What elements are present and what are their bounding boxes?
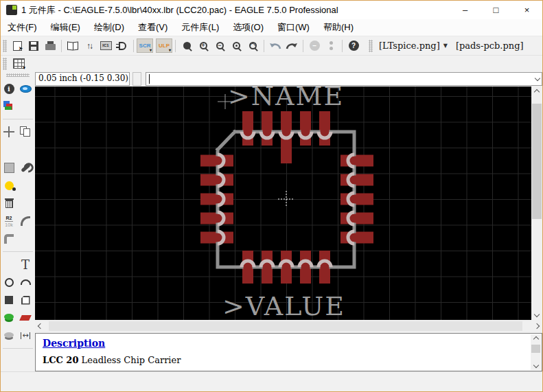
dimension-tool-icon[interactable]: ↔ [18, 328, 33, 343]
smd-pad-top[interactable] [300, 111, 311, 146]
zoom-out-icon[interactable]: − [211, 38, 228, 54]
toolbar-drag-handle[interactable] [369, 40, 373, 52]
go-icon [323, 38, 339, 54]
zoom-select-icon[interactable] [228, 38, 244, 54]
smd-pad-left[interactable] [200, 174, 233, 186]
smd-pad-right[interactable] [340, 232, 373, 244]
menu-options[interactable]: 选项(O) [226, 19, 270, 36]
polygon-tool-icon[interactable] [18, 292, 33, 308]
save-icon[interactable] [25, 38, 42, 54]
toolbar-drag-handle[interactable] [6, 73, 30, 77]
maximize-button[interactable]: □ [481, 1, 511, 19]
smd-pad-bottom[interactable] [262, 251, 273, 284]
rect-tool-icon[interactable] [1, 292, 16, 308]
value-placeholder-label[interactable]: >VALUE [222, 293, 345, 319]
scroll-left-icon[interactable] [35, 321, 46, 332]
vertical-scroll-thumb[interactable] [532, 104, 542, 219]
description-link[interactable]: Description [43, 338, 105, 349]
tab-ltspice[interactable]: [LTspice.png]▼ [375, 39, 452, 53]
delete-trash-icon[interactable] [1, 196, 16, 211]
scroll-up-icon[interactable] [531, 87, 542, 97]
menu-window[interactable]: 窗口(W) [270, 19, 316, 36]
zoom-redraw-icon[interactable]: ◠ [244, 38, 261, 54]
text-tool-icon[interactable]: T [18, 257, 33, 272]
smd-pad-top[interactable] [262, 111, 273, 146]
smd-pad-bottom[interactable] [319, 251, 330, 284]
ulp-button[interactable]: ULP▾ [156, 38, 172, 53]
horizontal-scroll-thumb[interactable] [49, 321, 522, 331]
smd-pad-bottom[interactable] [300, 251, 311, 284]
smd-pad-top[interactable] [242, 111, 253, 146]
circle-tool-icon[interactable] [1, 275, 16, 290]
name-icon[interactable]: R210k [1, 214, 16, 229]
library-book-icon[interactable] [65, 38, 81, 54]
info-icon[interactable]: i [1, 81, 16, 96]
scroll-down-icon[interactable] [531, 360, 541, 370]
smd-pad-bottom[interactable] [281, 251, 292, 284]
package-drawing[interactable] [35, 87, 531, 320]
close-button[interactable]: × [511, 1, 542, 19]
scroll-right-icon[interactable] [531, 321, 542, 332]
description-scrollbar[interactable] [531, 334, 541, 370]
smd-pad-left[interactable] [200, 232, 233, 244]
menu-file[interactable]: 文件(F) [1, 19, 44, 36]
zoom-fit-icon[interactable] [178, 38, 195, 54]
undo-icon[interactable] [267, 38, 284, 54]
smd-pad-left[interactable] [200, 213, 233, 224]
smd-pad-left[interactable] [200, 194, 233, 205]
grid-toolbar [1, 55, 542, 71]
drawing-canvas[interactable]: >NAME >VALUE [35, 87, 531, 320]
command-bar-splitter[interactable] [132, 72, 141, 86]
smd-pad-right[interactable] [340, 213, 373, 224]
menu-draw[interactable]: 绘制(D) [87, 19, 131, 36]
smd-pad-right[interactable] [340, 174, 373, 186]
scroll-up-icon[interactable] [531, 334, 541, 344]
transfer-icon[interactable]: ↑↓ [81, 38, 97, 54]
smd-tool-icon[interactable] [18, 310, 33, 325]
hole-tool-icon[interactable] [1, 328, 16, 343]
edit-symbol-gate-icon[interactable] [114, 38, 130, 54]
tab-pads-pcb[interactable]: [pads-pcb.png] [452, 39, 528, 53]
help-icon[interactable]: ? [345, 38, 362, 54]
tool-separator [3, 119, 33, 119]
minimize-button[interactable]: – [450, 1, 481, 19]
toolbar-separator [175, 40, 176, 52]
smd-pad-right[interactable] [340, 155, 373, 167]
zoom-in-icon[interactable]: + [195, 38, 211, 54]
command-input[interactable] [146, 72, 542, 86]
canvas-vertical-scrollbar[interactable] [531, 87, 542, 320]
canvas-horizontal-scrollbar[interactable] [35, 320, 542, 332]
script-button[interactable]: SCR▾ [137, 38, 153, 53]
display-layers-icon[interactable] [1, 99, 16, 114]
paste-icon[interactable] [1, 178, 16, 193]
menu-library[interactable]: 元件库(L) [174, 19, 226, 36]
miter-icon[interactable] [18, 214, 33, 229]
group-icon[interactable] [1, 160, 16, 175]
menu-view[interactable]: 查看(V) [131, 19, 174, 36]
edit-package-icon[interactable]: IC1 [97, 38, 114, 54]
smd-pad-bottom[interactable] [242, 251, 253, 284]
split-icon[interactable] [1, 231, 16, 246]
print-icon[interactable] [42, 38, 58, 54]
open-icon[interactable] [9, 38, 25, 54]
menu-help[interactable]: 帮助(H) [316, 19, 360, 36]
change-wrench-icon[interactable] [18, 160, 33, 175]
redo-icon[interactable] [284, 38, 300, 54]
scroll-down-icon[interactable] [531, 309, 542, 320]
description-scroll-thumb[interactable] [531, 345, 540, 353]
grid-icon[interactable] [13, 58, 25, 69]
arc-tool-icon[interactable] [18, 275, 33, 290]
show-eye-icon[interactable] [18, 81, 33, 96]
smd-pad-left[interactable] [200, 155, 233, 167]
move-icon[interactable] [1, 124, 16, 139]
toolbar-drag-handle[interactable] [3, 58, 7, 70]
toolbar-drag-handle[interactable] [3, 40, 7, 52]
description-panel: Description LCC 20 Leadless Chip Carrier [35, 333, 542, 371]
smd-pad-right[interactable] [340, 194, 373, 205]
pad-tool-icon[interactable] [1, 310, 16, 325]
smd-pad-top[interactable] [319, 111, 330, 146]
copy-icon[interactable] [18, 124, 33, 139]
name-placeholder-label[interactable]: >NAME [228, 87, 344, 109]
menu-edit[interactable]: 编辑(E) [44, 19, 87, 36]
stop-icon: – [306, 38, 323, 54]
